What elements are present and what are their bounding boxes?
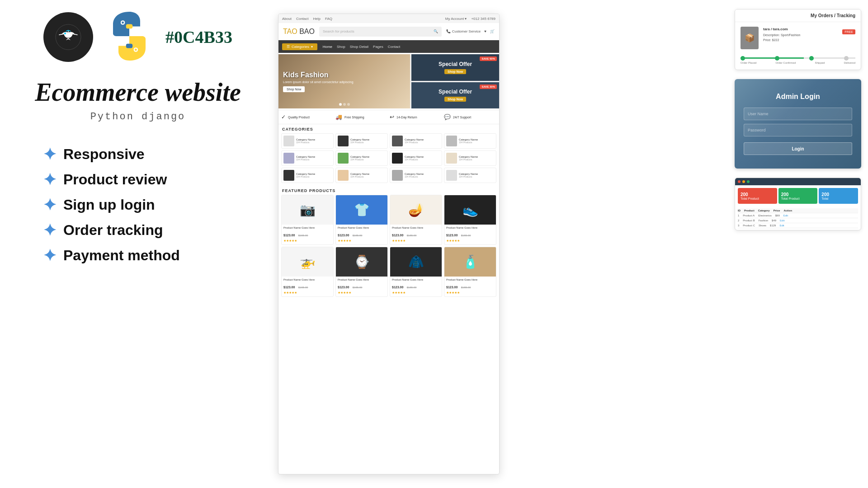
nav-contact[interactable]: Contact (388, 45, 401, 49)
admin-login-title: Admin Login (776, 93, 820, 101)
table-row[interactable]: 📷 Product Name Goes Here $123.00 $155.00… (281, 195, 334, 245)
shop-now-btn-1[interactable]: Shop Now (444, 69, 466, 74)
support-icon: 💬 (444, 114, 451, 120)
tracking-description: Description: Sport/Fashion (763, 33, 838, 38)
feature-label-2: Product review (63, 171, 167, 188)
timeline-dot-3 (809, 56, 814, 61)
cat-count-2: 104 Products (350, 141, 369, 144)
admin-login-button[interactable]: Login (744, 142, 852, 155)
list-item[interactable]: Category Name 104 Products (444, 150, 496, 166)
categories-dropdown[interactable]: ☰ Categories ▾ (282, 43, 317, 50)
price-3: $123.00 (392, 234, 403, 237)
step-3: Shipped (815, 61, 825, 64)
product-price-4: $123.00 $155.00 (446, 230, 494, 238)
svg-rect-6 (126, 24, 132, 29)
svg-point-5 (135, 49, 137, 51)
timeline-dot-1 (741, 56, 745, 61)
timeline-line (741, 57, 855, 59)
stars-4: ★★★★★ (446, 239, 494, 243)
row-action-1[interactable]: Edit (783, 214, 788, 217)
nav-shop-detail[interactable]: Shop Detail (350, 45, 368, 49)
cat-info-6: Category Name 104 Products (350, 155, 369, 161)
cat-count-4: 104 Products (459, 141, 478, 144)
row-action-2[interactable]: Edit (780, 219, 784, 222)
product-price-7: $123.00 $155.00 (392, 282, 440, 290)
stat-label-3: Total (821, 197, 828, 200)
cart-icon: 🛒 (490, 29, 495, 33)
row-product-2: Product B (743, 219, 755, 222)
cat-count-11: 104 Products (405, 175, 424, 178)
phone-number: +012 345 6789 (471, 17, 495, 21)
free-badge: FREE (842, 29, 855, 34)
list-item[interactable]: Category Name 104 Products (444, 133, 496, 149)
categories-grid: Category Name 104 Products Category Name… (278, 133, 499, 186)
svg-point-3 (122, 22, 124, 24)
product-price-2: $123.00 $155.00 (338, 230, 386, 238)
quality-label: Quality Product (288, 116, 310, 119)
nav-pages[interactable]: Pages (373, 45, 383, 49)
tracking-details: tara / tara.com Description: Sport/Fashi… (763, 27, 838, 49)
product-info-5: Product Name Goes Here $123.00 $155.00 ★… (282, 277, 333, 296)
nav-faq: FAQ (325, 17, 332, 21)
shipping-icon: 🚚 (335, 114, 342, 120)
cat-count-10: 104 Products (350, 175, 369, 178)
product-info-2: Product Name Goes Here $123.00 $155.00 ★… (336, 225, 387, 244)
table-row[interactable]: 🪔 Product Name Goes Here $123.00 $155.00… (390, 195, 442, 245)
old-price-8: $155.00 (461, 286, 471, 289)
features-list: ✦ Responsive ✦ Product review ✦ Sign up … (43, 145, 233, 272)
tracking-content: 📦 tara / tara.com Description: Sport/Fas… (735, 22, 861, 54)
cat-info-10: Category Name 104 Products (350, 173, 369, 178)
cat-count-1: 104 Products (296, 141, 315, 144)
nav-home[interactable]: Home (323, 45, 332, 49)
list-item[interactable]: Category Name 104 Products (390, 150, 442, 166)
row-price-3: $129 (770, 224, 776, 227)
hamburger-icon: ☰ (287, 45, 290, 49)
cat-info-7: Category Name 104 Products (405, 155, 424, 161)
tracking-price-badge: FREE (842, 27, 855, 49)
admin-login-card: Admin Login Login (735, 79, 861, 169)
cat-info-3: Category Name 104 Products (405, 138, 424, 144)
list-item[interactable]: Category Name 104 Products (390, 133, 442, 149)
feature-quality: ✓ Quality Product (281, 114, 334, 120)
table-row[interactable]: 🧥 Product Name Goes Here $123.00 $155.00… (390, 247, 442, 297)
table-row[interactable]: 🚁 Product Name Goes Here $123.00 $155.00… (281, 247, 334, 297)
old-price-5: $155.00 (298, 286, 308, 289)
hero-shop-btn[interactable]: Shop Now (283, 86, 305, 92)
list-item[interactable]: Category Name 104 Products (444, 168, 496, 183)
list-item[interactable]: Category Name 104 Products (281, 133, 334, 149)
ecommerce-screenshot: About Contact Help FAQ My Account ▾ +012… (278, 14, 500, 474)
stars-5: ★★★★★ (283, 291, 331, 295)
row-action-3[interactable]: Edit (779, 224, 784, 227)
list-item[interactable]: Category Name 104 Products (335, 168, 388, 183)
product-price-5: $123.00 $155.00 (283, 282, 331, 290)
list-item[interactable]: Category Name 104 Products (335, 133, 388, 149)
feature-product-review: ✦ Product review (43, 170, 233, 189)
list-item[interactable]: Category Name 104 Products (281, 150, 334, 166)
list-item[interactable]: Category Name 104 Products (281, 168, 334, 183)
price-6: $123.00 (338, 286, 349, 289)
special-offer-2-text: Special Offer (439, 89, 472, 95)
row-product-1: Product A (743, 214, 755, 217)
step-4: Delivered (844, 61, 855, 64)
table-row[interactable]: 👟 Product Name Goes Here $123.00 $155.00… (444, 195, 496, 245)
cat-thumb-5 (283, 153, 294, 164)
cat-info-4: Category Name 104 Products (459, 138, 478, 144)
list-item[interactable]: Category Name 104 Products (390, 168, 442, 183)
admin-username-input[interactable] (744, 108, 852, 120)
admin-password-input[interactable] (744, 124, 852, 136)
step-2: Order Confirmed (776, 61, 796, 64)
product-img-3: 🪔 (390, 195, 442, 225)
table-row[interactable]: ⌚ Product Name Goes Here $123.00 $155.00… (335, 247, 388, 297)
shop-search[interactable]: Search for products 🔍 (319, 27, 442, 37)
nav-shop[interactable]: Shop (337, 45, 345, 49)
feature-shipping: 🚚 Free Shipping (335, 114, 388, 120)
cat-thumb-2 (338, 136, 349, 146)
sparkle-icon-5: ✦ (43, 246, 57, 265)
list-item[interactable]: Category Name 104 Products (335, 150, 388, 166)
table-row[interactable]: 🧴 Product Name Goes Here $123.00 $155.00… (444, 247, 496, 297)
stat-label-1: Total Product (741, 197, 759, 200)
product-img-2: 👕 (336, 195, 387, 225)
col-id: ID (738, 209, 741, 212)
table-row[interactable]: 👕 Product Name Goes Here $123.00 $155.00… (335, 195, 388, 245)
shop-now-btn-2[interactable]: Shop Now (444, 97, 466, 102)
